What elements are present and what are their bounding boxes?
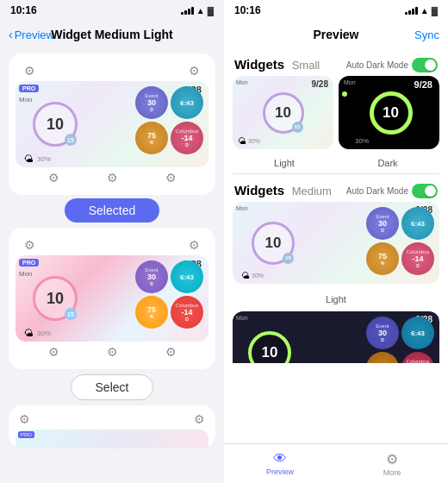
more-tab-label: More [383,468,401,477]
tab-preview[interactable]: 👁 Preview [224,451,336,476]
section-divider [233,173,439,174]
gear-icon-3b[interactable]: ⚙ [194,412,205,426]
gear-icon-3a[interactable]: ⚙ [19,412,30,426]
weather-icon-2: 🌤 [24,328,34,338]
weather-pct-1: 30% [37,155,51,163]
back-label: Preview [15,28,54,41]
medium-dark-day: Mon [236,315,248,321]
weather-pct-2: 30% [37,329,51,337]
widget-card-2[interactable]: ⚙ ⚙ PRO Mon 9/28 10 15 [9,228,215,369]
widget-card-1[interactable]: ⚙ ⚙ PRO Mon 9/28 10 15 [9,53,215,195]
right-signal-icon [405,7,418,15]
dark-ring: 10 [370,91,413,135]
preview-tab-icon: 👁 [273,451,287,467]
pro-badge-3: PRO [18,431,34,438]
dark-weather-icon: 🌤 [344,136,352,146]
right-panel: 10:16 ▲ ▓ Preview Sync Widgets Small Aut… [224,0,448,483]
medium-widget-light: Mon 9/28 10 15 Event 30 D 6:43 [233,202,439,284]
back-chevron-icon: ‹ [9,28,13,41]
event-circle-2: Event 30 D [135,260,168,293]
pct-circle-2: 75 % [135,296,168,329]
signal-icon [181,7,194,15]
day-label-2: Mon [19,270,33,278]
gear-icon-1e[interactable]: ⚙ [165,171,177,185]
gear-icon-2b[interactable]: ⚙ [189,238,200,252]
left-status-bar: 10:16 ▲ ▓ [0,0,224,19]
right-circles-1: Event 30 D 6:43 75 % Columbus -14 D [135,86,203,154]
dark-bottom: 🌤 30% [344,136,369,146]
left-status-time: 10:16 [10,4,37,16]
dark-day: Mon [344,79,356,85]
select-button[interactable]: Select [71,374,154,400]
selected-button[interactable]: Selected [65,198,159,223]
pro-badge-2: PRO [19,259,39,267]
medium-widget-light-wrap[interactable]: Mon 9/28 10 15 Event 30 D 6:43 [233,202,439,284]
gear-icon-2d[interactable]: ⚙ [107,345,118,359]
gear-row-bottom-2: ⚙ ⚙ ⚙ [16,342,208,362]
small-widget-light-wrap[interactable]: Mon 9/28 10 15 🌤 30% [233,76,333,149]
small-light-circle: 10 15 [263,92,304,134]
widget-preview-1: PRO Mon 9/28 10 15 Event 30 D [16,81,208,167]
left-scroll-area[interactable]: ⚙ ⚙ PRO Mon 9/28 10 15 [0,50,224,483]
time-circle-2: 6:43 [171,260,203,293]
gear-row-top-2: ⚙ ⚙ [16,235,208,255]
medium-light-bottom: 🌤 30% [241,271,264,280]
right-status-icons: ▲ ▓ [405,6,438,16]
dark-circle-wrap: 10 [366,91,413,135]
medium-dark-circle: 10 [248,331,291,364]
small-widget-row: Mon 9/28 10 15 🌤 30% [224,76,448,156]
col-circle-2: Columbus -14 D [171,296,203,329]
small-auto-dark-toggle[interactable] [412,58,438,72]
gear-icon-1d[interactable]: ⚙ [107,171,118,185]
small-widget-light: Mon 9/28 10 15 🌤 30% [233,76,333,149]
time-circle-1: 6:43 [171,86,203,119]
small-auto-dark-wrap: Auto Dark Mode [346,58,438,72]
preview-tab-label: Preview [266,467,294,476]
medium-right-circles: Event 30 D 6:43 75 % Columbus -14 D [366,207,434,275]
dark-pct: 30% [355,137,369,145]
small-light-sub: 15 [292,122,303,133]
select-button-wrap: Select [0,374,224,400]
medium-light-label: Light [326,294,346,304]
right-scroll-area[interactable]: Widgets Small Auto Dark Mode Mon 9/28 10… [224,50,448,443]
center-wrap-1: 10 15 [33,102,78,147]
medium-event-circle: Event 30 D [366,207,399,240]
center-num-1: 10 [47,116,64,134]
medium-light-label-row: Light [224,289,448,311]
pct-circle-1: 75 % [135,122,168,154]
right-status-time: 10:16 [234,4,261,16]
dark-date-area: 9/28 [414,79,432,90]
gear-icon-1c[interactable]: ⚙ [48,171,59,185]
center-wrap-2: 10 15 [33,276,78,321]
day-label-1: Mon [19,96,33,104]
dark-num: 10 [383,104,399,122]
left-status-icons: ▲ ▓ [181,6,214,16]
medium-time-circle: 6:43 [401,207,434,240]
dark-date-num: 9/28 [414,79,432,90]
medium-light-pct: 30% [252,273,264,279]
sync-button[interactable]: Sync [370,28,439,41]
medium-auto-dark-toggle[interactable] [412,184,438,198]
medium-pct-circle: 75 % [366,242,399,275]
center-circle-2: 10 15 [33,276,78,321]
mode-label-row-small: Light Dark [224,156,448,172]
left-nav-title: Widget Medium Light [51,28,172,41]
gear-icon-1a[interactable]: ⚙ [24,64,35,78]
selected-button-wrap: Selected [0,198,224,223]
widget-bottom-2: 🌤 30% [24,328,51,338]
gear-icon-2e[interactable]: ⚙ [165,345,177,359]
medium-col-circle: Columbus -14 D [401,242,434,275]
medium-light-circle: 10 15 [252,222,295,265]
gear-icon-1b[interactable]: ⚙ [189,64,200,78]
medium-widget-dark-wrap[interactable]: Mon 9/28 10 Event 30 D 6:43 [233,311,439,363]
gear-icon-2c[interactable]: ⚙ [48,345,59,359]
gear-icon-2a[interactable]: ⚙ [24,238,35,252]
small-widget-dark-wrap[interactable]: Mon 9/28 10 🌤 30% [339,76,439,149]
small-light-bottom: 🌤 30% [238,136,260,146]
center-circle-1: 10 15 [33,102,78,147]
tab-more[interactable]: ⚙ More [336,451,448,477]
medium-dark-event-circle: Event 30 D [366,317,399,349]
back-button[interactable]: ‹ Preview [9,28,54,41]
wifi-icon: ▲ [196,6,205,16]
widget-card-3[interactable]: ⚙ ⚙ PRO [9,405,215,448]
